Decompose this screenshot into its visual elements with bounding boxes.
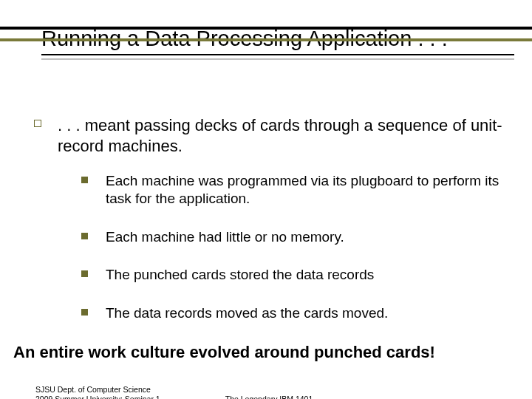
sub-bullet-list: Each machine was programmed via its plug… xyxy=(81,172,505,322)
bullet-level2: Each machine had little or no memory. xyxy=(81,228,505,246)
bullet-level2: Each machine was programmed via its plug… xyxy=(81,172,505,208)
sub-bullet-text: Each machine was programmed via its plug… xyxy=(106,172,505,208)
sub-bullet-text: The data records moved as the cards move… xyxy=(106,304,388,322)
title-shadow-line xyxy=(41,55,514,60)
sub-bullet-text: The punched cards stored the data record… xyxy=(106,266,374,284)
black-bar xyxy=(0,27,532,30)
main-bullet-text: . . . meant passing decks of cards throu… xyxy=(58,115,505,156)
solid-square-bullet-icon xyxy=(81,309,88,316)
footer-center: The Legendary IBM 1401 © R. Mak xyxy=(225,395,313,399)
olive-bar xyxy=(0,38,532,41)
bullet-level1: . . . meant passing decks of cards throu… xyxy=(34,115,505,156)
sub-bullet-text: Each machine had little or no memory. xyxy=(106,228,344,246)
bullet-level2: The data records moved as the cards move… xyxy=(81,304,505,322)
solid-square-bullet-icon xyxy=(81,233,88,239)
footer-dept: SJSU Dept. of Computer Science xyxy=(35,385,160,395)
solid-square-bullet-icon xyxy=(81,177,88,183)
slide-body: . . . meant passing decks of cards throu… xyxy=(34,115,505,343)
solid-square-bullet-icon xyxy=(81,270,88,277)
footer-left: SJSU Dept. of Computer Science 2009 Summ… xyxy=(35,385,160,399)
footer-seminar: 2009 Summer University: Seminar 1 xyxy=(35,395,160,399)
callout-text: An entire work culture evolved around pu… xyxy=(13,343,519,362)
slide: Running a Data Processing Application . … xyxy=(0,27,532,399)
decorative-top-bars xyxy=(0,27,532,41)
bullet-level2: The punched cards stored the data record… xyxy=(81,266,505,284)
footer-title: The Legendary IBM 1401 xyxy=(225,395,313,399)
slide-footer: SJSU Dept. of Computer Science 2009 Summ… xyxy=(35,385,502,399)
hollow-square-bullet-icon xyxy=(34,120,41,127)
